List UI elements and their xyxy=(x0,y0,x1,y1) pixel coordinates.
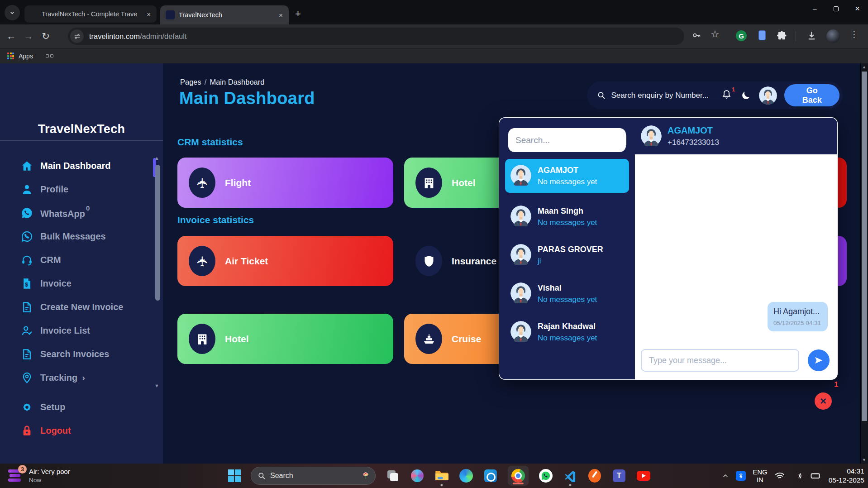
go-back-button[interactable]: Go Back xyxy=(784,84,839,106)
air-ticket-card[interactable]: ✈ Air Ticket xyxy=(177,236,393,286)
browser-chrome: TravelNexTech - Complete Trave × TravelN… xyxy=(0,0,868,63)
contact-preview: No messages yet xyxy=(538,177,597,187)
bluetooth-icon[interactable] xyxy=(736,471,746,481)
chrome-browser-icon-active[interactable] xyxy=(508,466,529,486)
breadcrumb-root[interactable]: Pages xyxy=(180,78,201,86)
send-icon xyxy=(814,355,824,365)
hotel-invoice-card[interactable]: Hotel xyxy=(177,314,393,364)
youtube-icon[interactable] xyxy=(636,469,651,483)
notifications-button[interactable]: 1 xyxy=(721,89,732,101)
copilot-icon[interactable] xyxy=(410,469,424,483)
tab-search-button[interactable] xyxy=(5,5,20,20)
page-scrollbar[interactable]: ▲ ▼ xyxy=(860,63,868,464)
card-label: Hotel xyxy=(452,177,476,188)
outlook-icon[interactable] xyxy=(483,469,498,483)
bookmark-star-icon[interactable]: ☆ xyxy=(711,29,720,40)
file-explorer-icon[interactable] xyxy=(434,469,449,483)
contact-item[interactable]: PARAS GROVER ji xyxy=(505,236,631,274)
sidebar-item-whatsapp[interactable]: WhatsApp0 xyxy=(0,201,155,225)
scroll-down-arrow[interactable]: ▼ xyxy=(862,458,866,462)
clock-date[interactable]: 04:31 05-12-2025 xyxy=(829,467,864,485)
contact-item[interactable]: Rajan Khadwal No messages yet xyxy=(505,313,631,351)
sidebar-scroll-up-arrow[interactable]: ▲ xyxy=(154,155,159,161)
whatsapp-icon xyxy=(21,207,33,219)
chevron-right-icon: › xyxy=(82,373,85,383)
grammarly-extension-icon[interactable]: G xyxy=(736,30,747,41)
chat-search-box[interactable] xyxy=(508,128,626,152)
scroll-up-arrow[interactable]: ▲ xyxy=(862,65,866,69)
paint-app-icon[interactable] xyxy=(587,469,602,483)
send-button[interactable] xyxy=(808,349,830,371)
site-info-button[interactable] xyxy=(70,29,84,43)
task-view-icon[interactable] xyxy=(386,469,400,483)
sidebar-item-create-new-invoice[interactable]: Create New Invoice xyxy=(0,295,155,319)
contact-item-selected[interactable]: AGAMJOT No messages yet xyxy=(505,159,629,193)
contact-item[interactable]: Vishal No messages yet xyxy=(505,274,631,313)
chat-search-input[interactable] xyxy=(515,135,626,145)
close-button[interactable]: × xyxy=(847,0,868,17)
user-check-icon xyxy=(21,325,33,337)
volume-icon[interactable] xyxy=(792,470,803,481)
sidebar-item-logout[interactable]: Logout xyxy=(0,419,155,442)
extension-icon[interactable] xyxy=(758,30,766,40)
minimize-button[interactable]: – xyxy=(804,0,825,17)
sidebar-item-bulk-messages[interactable]: Bulk Messages xyxy=(0,225,155,248)
hotel-building-icon xyxy=(189,324,215,354)
whatsapp-app-icon[interactable] xyxy=(539,469,553,483)
bell-icon xyxy=(721,89,732,100)
browser-profile-avatar[interactable] xyxy=(826,29,840,43)
reload-button[interactable]: ↻ xyxy=(37,31,54,42)
apps-grid-icon[interactable] xyxy=(7,53,14,59)
contact-item[interactable]: Maan Singh No messages yet xyxy=(505,197,631,236)
flight-card[interactable]: ✈ Flight xyxy=(177,158,393,208)
forward-button[interactable]: → xyxy=(20,31,37,42)
tab-inactive[interactable]: TravelNexTech - Complete Trave × xyxy=(24,5,157,23)
site-favicon xyxy=(166,10,175,19)
sidebar-item-setup[interactable]: Setup xyxy=(0,395,155,419)
scrollbar-thumb[interactable] xyxy=(862,72,867,421)
battery-charging-icon[interactable] xyxy=(810,470,822,481)
enquiry-search-input[interactable] xyxy=(611,91,715,100)
sidebar-item-main-dashboard[interactable]: Main Dashboard xyxy=(0,154,155,177)
maximize-button[interactable] xyxy=(825,0,847,17)
sidebar-item-invoice-list[interactable]: Invoice List xyxy=(0,319,155,342)
user-avatar[interactable] xyxy=(759,86,777,105)
bookmark-folder-icon[interactable] xyxy=(46,54,53,57)
wifi-icon[interactable] xyxy=(774,470,785,481)
vscode-icon[interactable] xyxy=(563,469,577,483)
search-icon xyxy=(597,91,606,100)
taskbar-weather-widget[interactable]: 3 Air: Very poor Now xyxy=(7,467,70,484)
brand-logo xyxy=(64,91,102,120)
dark-mode-moon-icon[interactable] xyxy=(741,90,751,101)
tab-close-icon[interactable]: × xyxy=(145,10,152,18)
bookmark-apps[interactable]: Apps xyxy=(19,53,33,60)
extensions-puzzle-icon[interactable] xyxy=(777,30,787,41)
chat-message-input[interactable] xyxy=(641,349,799,372)
sidebar-item-tracking[interactable]: Tracking › xyxy=(0,366,155,389)
new-tab-button[interactable]: + xyxy=(295,8,301,20)
browser-menu-icon[interactable]: ⋮ xyxy=(850,29,858,39)
chat-message-bubble: Hi Agamjot... 05/12/2025 04:31 xyxy=(768,302,828,331)
sidebar-item-search-invoices[interactable]: Search Invoices xyxy=(0,342,155,366)
downloads-icon[interactable] xyxy=(806,30,817,41)
tab-active[interactable]: TravelNexTech × xyxy=(160,5,289,24)
top-header-bar: 1 Go Back xyxy=(587,81,843,109)
chat-close-button[interactable]: × xyxy=(815,392,832,410)
edge-browser-icon[interactable] xyxy=(459,469,473,483)
back-button[interactable]: ← xyxy=(3,31,20,42)
start-button[interactable] xyxy=(228,469,241,482)
tab-close-icon[interactable]: × xyxy=(277,11,284,19)
taskbar-search[interactable]: Search xyxy=(251,467,376,485)
language-switcher[interactable]: ENGIN xyxy=(753,468,768,484)
sidebar-scroll-down-arrow[interactable]: ▼ xyxy=(154,383,159,388)
sidebar: TravelNexTech Main Dashboard Profile Wha… xyxy=(0,63,163,464)
sidebar-scrollbar-thumb[interactable] xyxy=(155,165,160,301)
sidebar-item-profile[interactable]: Profile xyxy=(0,177,155,201)
sidebar-item-crm[interactable]: CRM xyxy=(0,248,155,272)
address-bar[interactable]: travelinton.com/admin/default xyxy=(68,28,684,45)
password-key-icon[interactable] xyxy=(692,30,701,40)
sidebar-item-invoice[interactable]: Invoice xyxy=(0,272,155,295)
chat-widget: AGAMJOT No messages yet Maan Singh No me… xyxy=(499,117,838,380)
teams-icon[interactable]: T xyxy=(612,469,626,483)
tray-chevron-up-icon[interactable] xyxy=(722,472,729,479)
